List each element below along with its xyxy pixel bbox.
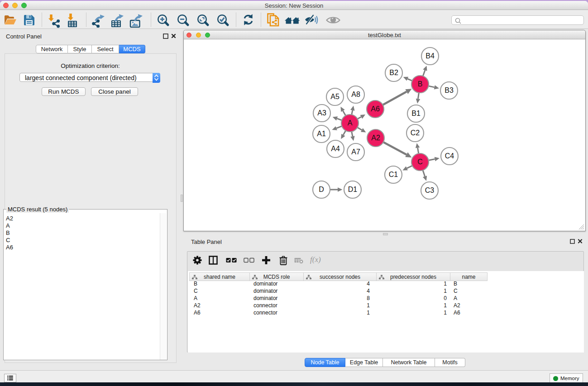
svg-text:C1: C1	[389, 171, 398, 178]
svg-text:B3: B3	[445, 86, 454, 94]
svg-text:A3: A3	[317, 109, 326, 117]
svg-text:D: D	[319, 186, 324, 193]
svg-text:C: C	[417, 158, 423, 166]
svg-text:A7: A7	[351, 148, 360, 156]
svg-text:C4: C4	[445, 152, 454, 160]
svg-text:D1: D1	[348, 186, 358, 193]
svg-text:A1: A1	[317, 130, 326, 138]
svg-text:B4: B4	[425, 52, 435, 60]
svg-text:B2: B2	[389, 69, 398, 76]
svg-text:A4: A4	[331, 145, 340, 152]
svg-text:A: A	[348, 119, 353, 127]
svg-text:A6: A6	[371, 105, 380, 113]
svg-text:A5: A5	[330, 93, 339, 100]
svg-text:B: B	[418, 80, 423, 88]
svg-text:C3: C3	[425, 186, 435, 194]
svg-text:C2: C2	[411, 129, 420, 137]
svg-text:A8: A8	[351, 91, 360, 98]
svg-text:B1: B1	[411, 110, 421, 117]
svg-text:A2: A2	[371, 134, 380, 142]
